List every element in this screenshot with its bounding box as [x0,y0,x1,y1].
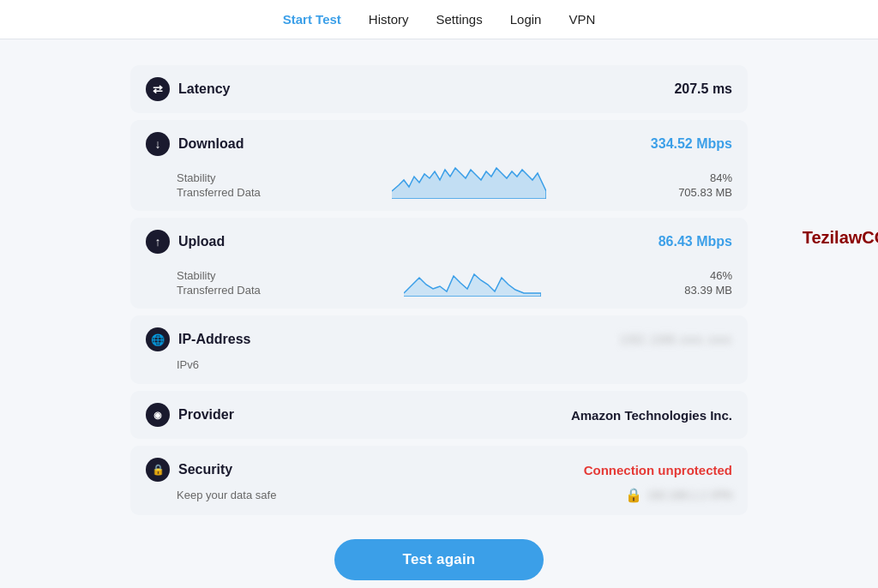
download-chart [281,161,658,199]
download-icon: ↓ [146,132,170,156]
security-icon: 🔒 [146,458,170,482]
nav-login[interactable]: Login [510,12,542,27]
upload-value: 86.43 Mbps [658,234,732,249]
test-again-button[interactable]: Test again [334,539,544,580]
latency-value: 207.5 ms [674,81,732,97]
nav-vpn[interactable]: VPN [568,12,595,27]
nav-history[interactable]: History [369,12,409,27]
download-sub: Stability Transferred Data 84% 705.83 MB [146,161,732,199]
download-label: ↓ Download [146,132,244,156]
security-value: Connection unprotected [584,463,732,477]
provider-card: ◉ Provider Amazon Technologies Inc. [130,391,748,439]
download-stability-value: 84% [710,171,732,184]
download-value: 334.52 Mbps [651,136,732,152]
download-transferred-value: 705.83 MB [678,186,732,199]
security-sub-right: 🔒 192.168.1.1 VPN [625,487,732,503]
ip-value: 192.168.xxx.xxx [621,333,732,346]
download-stability-label: Stability [177,171,261,184]
security-keep-safe: Keep your data safe [177,489,276,501]
provider-icon: ◉ [146,403,170,427]
latency-icon: ⇄ [146,77,170,101]
main-content: ⇄ Latency 207.5 ms ↓ Download 334.52 Mbp… [113,39,765,588]
watermark: TezilawCOM [803,228,878,248]
lock-emoji-icon: 🔒 [625,487,642,503]
latency-label: ⇄ Latency [146,77,230,101]
upload-label: ↑ Upload [146,230,225,254]
security-ip-blurred: 192.168.1.1 VPN [647,489,732,501]
upload-transferred-label: Transferred Data [177,284,261,297]
header: Start Test History Settings Login VPN [0,0,878,39]
upload-card: ↑ Upload 86.43 Mbps Stability Transferre… [130,218,748,309]
ip-sub-label: IPv6 [177,358,199,371]
upload-stability-label: Stability [177,269,261,282]
upload-sub: Stability Transferred Data 46% 83.39 MB [146,259,732,297]
nav-start-test[interactable]: Start Test [283,12,341,27]
security-card: 🔒 Security Connection unprotected Keep y… [130,446,748,515]
provider-value: Amazon Technologies Inc. [571,408,732,423]
latency-card: ⇄ Latency 207.5 ms [130,65,748,113]
security-label: 🔒 Security [146,458,232,482]
provider-label: ◉ Provider [146,403,234,427]
security-sub: Keep your data safe 🔒 192.168.1.1 VPN [146,487,732,503]
upload-stability-value: 46% [710,269,732,282]
download-transferred-label: Transferred Data [177,186,261,199]
upload-icon: ↑ [146,230,170,254]
ip-label: 🌐 IP-Address [146,327,250,351]
upload-transferred-value: 83.39 MB [684,284,732,297]
ip-icon: 🌐 [146,327,170,351]
ip-card: 🌐 IP-Address 192.168.xxx.xxx IPv6 [130,315,748,384]
upload-chart [281,259,665,297]
download-card: ↓ Download 334.52 Mbps Stability Transfe… [130,120,748,211]
nav: Start Test History Settings Login VPN [283,12,596,27]
nav-settings[interactable]: Settings [436,12,483,27]
